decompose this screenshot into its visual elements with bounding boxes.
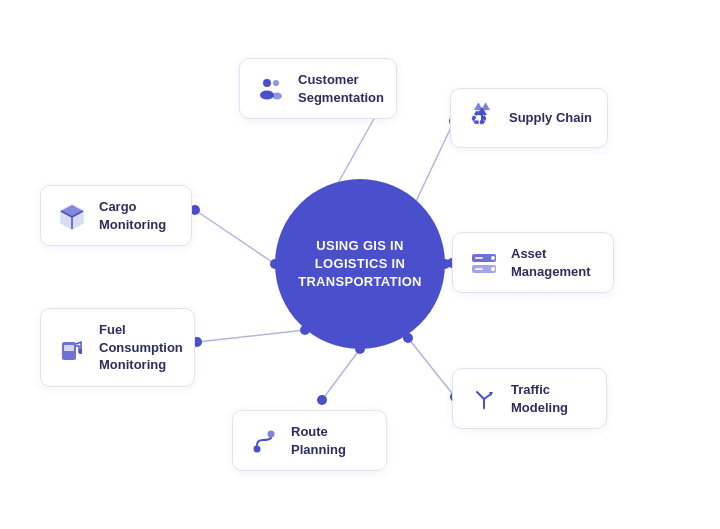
traffic-icon (467, 382, 501, 416)
svg-point-29 (491, 267, 495, 271)
people-icon (254, 72, 288, 106)
svg-line-15 (408, 338, 455, 397)
node-customer-segmentation[interactable]: Customer Segmentation (239, 58, 397, 119)
svg-rect-30 (475, 257, 483, 259)
svg-point-37 (254, 445, 261, 452)
svg-rect-34 (79, 349, 82, 354)
center-node: USING GIS IN LOGISTICS IN TRANSPORTATION (275, 179, 445, 349)
route-icon (247, 424, 281, 458)
svg-point-22 (273, 80, 279, 86)
svg-text:♻: ♻ (470, 107, 488, 129)
box-icon (55, 199, 89, 233)
node-supply-chain[interactable]: ♻ Supply Chain (450, 88, 608, 148)
supply-chain-label: Supply Chain (509, 109, 592, 127)
svg-line-9 (445, 263, 452, 264)
node-fuel-consumption[interactable]: Fuel Consumption Monitoring (40, 308, 195, 387)
svg-point-23 (260, 90, 274, 99)
node-route-planning[interactable]: Route Planning (232, 410, 387, 471)
node-traffic-modeling[interactable]: Traffic Modeling (452, 368, 607, 429)
svg-rect-33 (64, 345, 74, 351)
cargo-monitoring-label: Cargo Monitoring (99, 198, 166, 233)
customer-segmentation-label: Customer Segmentation (298, 71, 384, 106)
svg-line-12 (197, 330, 305, 342)
node-cargo-monitoring[interactable]: Cargo Monitoring (40, 185, 192, 246)
fuel-consumption-label: Fuel Consumption Monitoring (99, 321, 183, 374)
asset-management-label: Asset Management (511, 245, 590, 280)
svg-point-21 (263, 79, 271, 87)
svg-point-19 (317, 395, 327, 405)
svg-point-38 (268, 430, 275, 437)
svg-rect-31 (475, 268, 483, 270)
route-planning-label: Route Planning (291, 423, 346, 458)
node-asset-management[interactable]: Asset Management (452, 232, 614, 293)
recycle-icon: ♻ (465, 101, 499, 135)
fuel-icon (55, 330, 89, 364)
asset-icon (467, 246, 501, 280)
svg-line-6 (195, 210, 275, 264)
svg-point-28 (491, 256, 495, 260)
diagram-canvas: USING GIS IN LOGISTICS IN TRANSPORTATION… (0, 0, 720, 529)
svg-point-24 (272, 92, 282, 99)
svg-line-18 (322, 349, 360, 400)
traffic-modeling-label: Traffic Modeling (511, 381, 568, 416)
